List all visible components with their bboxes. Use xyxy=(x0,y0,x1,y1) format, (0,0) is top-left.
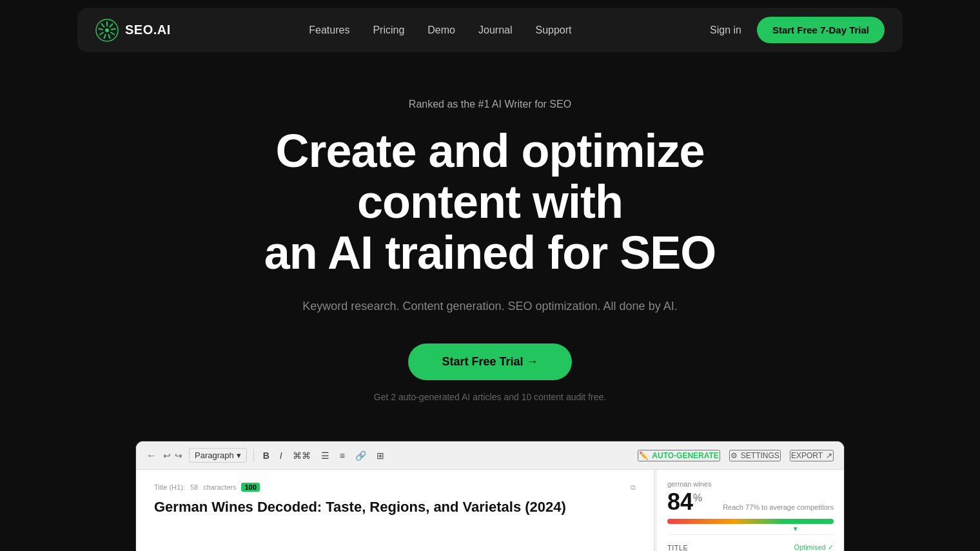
nav-links: Features Pricing Demo Journal Support xyxy=(309,24,571,36)
toolbar-italic-button[interactable]: I xyxy=(277,449,285,462)
svg-point-10 xyxy=(105,28,109,32)
editor-meta: Title (H1): 58 characters 100 ⧉ xyxy=(154,483,636,492)
svg-line-4 xyxy=(111,32,114,34)
app-preview: ← ↩ ↪ Paragraph ▾ B I ⌘⌘ ☰ ≡ 🔗 ⊞ ✏️ xyxy=(122,441,858,551)
svg-line-2 xyxy=(110,24,112,27)
sign-in-button[interactable]: Sign in xyxy=(710,24,741,36)
sidebar-keyword: german wines xyxy=(667,480,834,488)
toolbar-right-actions: ✏️ AUTO-GENERATE ⚙ SETTINGS EXPORT ↗ xyxy=(638,450,834,461)
hero-title: Create and optimize content with an AI t… xyxy=(213,126,767,279)
copy-icon[interactable]: ⧉ xyxy=(631,483,636,492)
hero-cta-subtext: Get 2 auto-generated AI articles and 10 … xyxy=(213,392,767,402)
editor-title: German Wines Decoded: Taste, Regions, an… xyxy=(154,498,636,517)
settings-label: SETTINGS xyxy=(741,451,779,460)
nav-link-journal[interactable]: Journal xyxy=(478,24,512,35)
sidebar-score-value: 84 xyxy=(667,488,693,515)
score-bar xyxy=(667,519,834,524)
editor-score-badge: 100 xyxy=(241,483,259,492)
hero-section: Ranked as the #1 AI Writer for SEO Creat… xyxy=(200,60,780,428)
hero-cta-container: Start Free Trial → Get 2 auto-generated … xyxy=(213,343,767,402)
nav-wrapper: SEO.AI Features Pricing Demo Journal Sup… xyxy=(0,0,980,60)
hero-title-line2: an AI trained for SEO xyxy=(264,227,716,278)
nav-link-pricing[interactable]: Pricing xyxy=(373,24,404,35)
toolbar-settings-button[interactable]: ⚙ SETTINGS xyxy=(729,450,781,461)
toolbar-undo-button[interactable]: ↩ xyxy=(163,450,171,461)
export-label: EXPORT xyxy=(791,451,823,460)
gear-icon: ⚙ xyxy=(730,451,738,460)
sidebar-item-title: TITLE Optimised ✓ xyxy=(667,540,834,551)
toolbar-ordered-list-button[interactable]: ≡ xyxy=(337,449,348,462)
svg-line-7 xyxy=(100,32,103,34)
logo-text: SEO.AI xyxy=(125,23,171,37)
nav-start-trial-button[interactable]: Start Free 7-Day Trial xyxy=(757,17,885,43)
svg-line-8 xyxy=(99,28,103,29)
app-toolbar: ← ↩ ↪ Paragraph ▾ B I ⌘⌘ ☰ ≡ 🔗 ⊞ ✏️ xyxy=(136,441,844,470)
hero-start-trial-button[interactable]: Start Free Trial → xyxy=(408,343,571,380)
toolbar-paragraph-selector[interactable]: Paragraph ▾ xyxy=(189,448,247,463)
app-sidebar: german wines 84% Reach 77% to average co… xyxy=(657,470,844,551)
toolbar-bold-button[interactable]: B xyxy=(260,449,272,462)
toolbar-format-buttons: B I ⌘⌘ ☰ ≡ 🔗 ⊞ xyxy=(260,449,387,462)
svg-line-6 xyxy=(104,34,106,38)
toolbar-link-button[interactable]: 🔗 xyxy=(353,449,369,462)
score-bar-container: ▼ xyxy=(667,519,834,524)
sidebar-score-suffix: % xyxy=(693,492,702,503)
sidebar-score: 84% xyxy=(667,490,702,514)
toolbar-table-button[interactable]: ⊞ xyxy=(374,449,387,462)
hero-subtitle: Keyword research. Content generation. SE… xyxy=(213,297,767,316)
sidebar-title-status: Optimised ✓ xyxy=(794,543,834,551)
pencil-icon: ✏️ xyxy=(639,451,649,460)
svg-line-5 xyxy=(108,34,110,38)
editor-char-label: characters xyxy=(203,483,236,491)
export-icon: ↗ xyxy=(826,451,832,460)
nav-link-support[interactable]: Support xyxy=(535,24,571,35)
logo-link[interactable]: SEO.AI xyxy=(95,19,171,42)
hero-ranked-text: Ranked as the #1 AI Writer for SEO xyxy=(213,99,767,110)
toolbar-list-button[interactable]: ☰ xyxy=(318,449,332,462)
toolbar-export-button[interactable]: EXPORT ↗ xyxy=(790,450,834,461)
sidebar-items: TITLE Optimised ✓ CONTENT LENGTH Optimis… xyxy=(667,534,834,551)
svg-line-3 xyxy=(112,28,115,29)
app-body: Title (H1): 58 characters 100 ⧉ German W… xyxy=(136,470,844,551)
toolbar-paragraph-chevron-icon: ▾ xyxy=(237,450,241,460)
toolbar-auto-generate-button[interactable]: ✏️ AUTO-GENERATE xyxy=(638,450,720,461)
logo-icon xyxy=(95,19,119,42)
toolbar-redo-button[interactable]: ↪ xyxy=(175,450,182,461)
nav-actions: Sign in Start Free 7-Day Trial xyxy=(710,17,885,43)
editor-meta-label: Title (H1): xyxy=(154,483,185,491)
toolbar-undo-redo: ↩ ↪ xyxy=(163,450,182,461)
toolbar-separator-1 xyxy=(253,449,254,462)
score-bar-marker: ▼ xyxy=(792,525,799,532)
toolbar-paragraph-label: Paragraph xyxy=(195,450,234,460)
app-window: ← ↩ ↪ Paragraph ▾ B I ⌘⌘ ☰ ≡ 🔗 ⊞ ✏️ xyxy=(135,441,845,551)
svg-line-9 xyxy=(102,24,104,27)
toolbar-format-button-3[interactable]: ⌘⌘ xyxy=(290,449,313,462)
toolbar-back-button[interactable]: ← xyxy=(146,450,157,461)
sidebar-competitor-label: Reach 77% to average competitors xyxy=(723,503,834,511)
auto-gen-label: AUTO-GENERATE xyxy=(652,451,719,460)
nav-link-features[interactable]: Features xyxy=(309,24,349,35)
editor-char-count: 58 xyxy=(190,483,198,491)
nav-link-demo[interactable]: Demo xyxy=(427,24,455,35)
hero-title-line1: Create and optimize content with xyxy=(275,125,704,227)
app-editor[interactable]: Title (H1): 58 characters 100 ⧉ German W… xyxy=(136,470,654,551)
navbar: SEO.AI Features Pricing Demo Journal Sup… xyxy=(77,8,903,52)
sidebar-title-label: TITLE xyxy=(667,544,688,551)
